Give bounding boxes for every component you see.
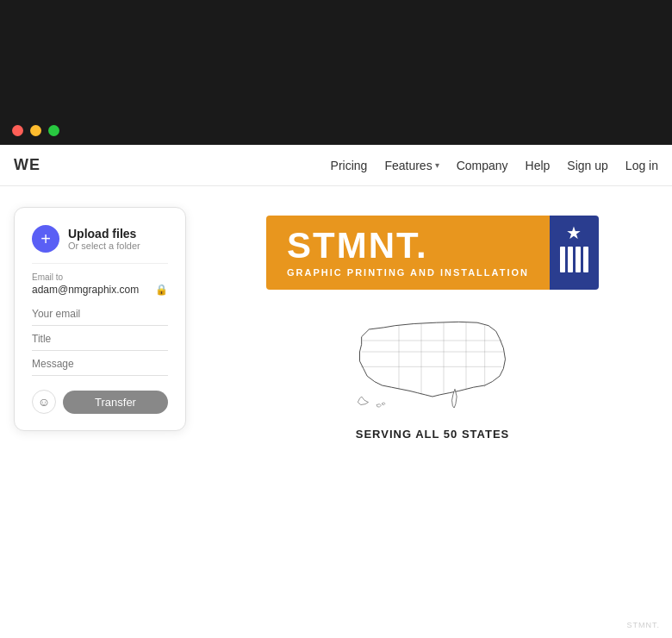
upload-header: + Upload files Or select a folder (32, 225, 168, 253)
chevron-down-icon: ▾ (435, 160, 439, 170)
traffic-lights (12, 125, 59, 136)
email-to-row: adam@nmgraphix.com 🔒 (32, 284, 168, 296)
stmnt-stripes (560, 247, 588, 272)
nav-link-pricing[interactable]: Pricing (331, 159, 368, 172)
upload-plus-button[interactable]: + (32, 225, 59, 253)
nav-link-features[interactable]: Features ▾ (384, 159, 439, 172)
upload-title-group: Upload files Or select a folder (68, 227, 140, 251)
email-to-label: Email to (32, 272, 168, 282)
upload-title: Upload files (68, 227, 140, 241)
right-content: STMNT. GRAPHIC PRINTING AND INSTALLATION… (207, 207, 658, 617)
maximize-button[interactable] (48, 125, 59, 136)
stmnt-badge: ★ (550, 216, 599, 290)
close-button[interactable] (12, 125, 23, 136)
stmnt-subtitle: GRAPHIC PRINTING AND INSTALLATION (287, 267, 529, 278)
upload-actions: ☺ Transfer (32, 390, 168, 414)
upload-panel: + Upload files Or select a folder Email … (14, 207, 186, 431)
upload-divider (32, 263, 168, 264)
stripe-1 (560, 247, 565, 272)
stmnt-title: STMNT. (287, 228, 529, 264)
stmnt-banner: STMNT. GRAPHIC PRINTING AND INSTALLATION… (266, 216, 599, 290)
your-email-field[interactable] (32, 303, 168, 326)
stripe-2 (568, 247, 573, 272)
title-bar (0, 0, 672, 145)
email-to-value: adam@nmgraphix.com (32, 284, 139, 296)
stmnt-main: STMNT. GRAPHIC PRINTING AND INSTALLATION (266, 216, 550, 290)
nav-link-help[interactable]: Help (526, 159, 551, 172)
usa-map-svg (338, 307, 527, 419)
message-field[interactable] (32, 353, 168, 376)
serving-text: SERVING ALL 50 STATES (356, 428, 509, 441)
content-body: + Upload files Or select a folder Email … (0, 186, 672, 638)
title-field[interactable] (32, 328, 168, 351)
nav-logo: WE (14, 156, 40, 174)
nav-link-signup[interactable]: Sign up (567, 159, 607, 172)
stripe-3 (576, 247, 581, 272)
lock-icon: 🔒 (155, 284, 168, 296)
usa-map-section: SERVING ALL 50 STATES (338, 307, 527, 441)
nav-link-company[interactable]: Company (457, 159, 508, 172)
stripe-4 (583, 247, 588, 272)
nav-link-login[interactable]: Log in (625, 159, 658, 172)
nav-links: Pricing Features ▾ Company Help Sign up … (331, 159, 658, 172)
upload-subtitle[interactable]: Or select a folder (68, 241, 140, 251)
minimize-button[interactable] (30, 125, 41, 136)
star-icon: ★ (566, 222, 582, 243)
emoji-button[interactable]: ☺ (32, 390, 56, 414)
main-area: WE Pricing Features ▾ Company Help Sign … (0, 145, 672, 638)
watermark: STMNT. (627, 621, 661, 629)
top-nav: WE Pricing Features ▾ Company Help Sign … (0, 145, 672, 186)
transfer-button[interactable]: Transfer (63, 391, 168, 414)
